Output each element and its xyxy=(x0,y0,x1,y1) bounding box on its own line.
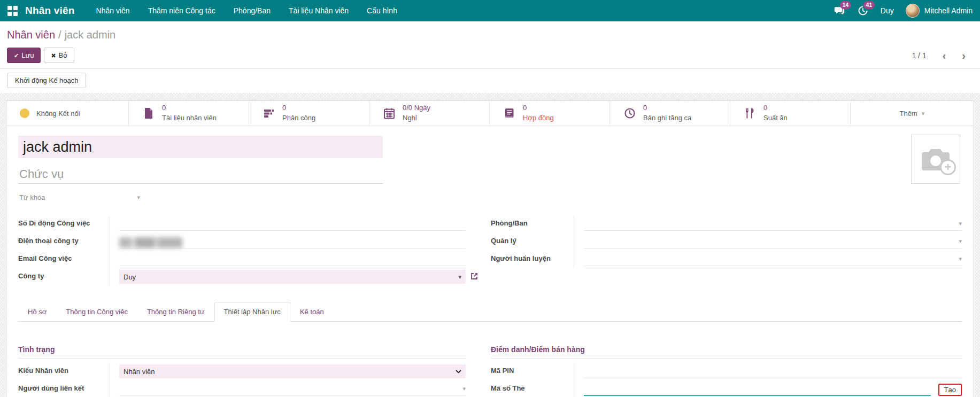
assignments-label: Phân công xyxy=(282,113,315,123)
badge-id-input[interactable] xyxy=(584,382,931,396)
contracts-count: 0 xyxy=(523,103,554,113)
user-avatar xyxy=(906,4,920,18)
calendar-icon xyxy=(383,107,396,120)
time-off-stat-button[interactable]: 0/0 Ngày Nghỉ xyxy=(369,101,490,126)
launch-plan-button[interactable]: Khởi động Kế hoạch xyxy=(7,73,86,88)
company-switcher[interactable]: Duy xyxy=(881,6,894,15)
form-sheet: Không Kết nối 0 Tài liệu nhân viên xyxy=(6,100,974,397)
document-icon xyxy=(142,107,155,120)
chevron-down-icon: ▾ xyxy=(137,194,140,201)
menu-item-seniority[interactable]: Thâm niên Công tác xyxy=(148,6,215,15)
assignment-icon xyxy=(263,107,275,120)
employee-type-select[interactable]: Nhân viên xyxy=(119,364,466,378)
stat-button-bar: Không Kết nối 0 Tài liệu nhân viên xyxy=(6,101,974,126)
plan-strip: Khởi động Kế hoạch xyxy=(0,69,980,93)
employee-photo-upload[interactable]: + xyxy=(911,135,960,184)
chevron-down-icon: ▾ xyxy=(922,110,925,117)
tab-work-information[interactable]: Thông tin Công việc xyxy=(56,302,137,322)
menu-item-documents[interactable]: Tài liệu Nhân viên xyxy=(289,6,349,15)
apps-menu-icon[interactable] xyxy=(7,6,18,16)
tags-input[interactable]: Từ khóa ▾ xyxy=(18,192,141,204)
left-field-group: Số Di động Công việc Điện thoại công ty … xyxy=(18,215,466,286)
breadcrumb-parent[interactable]: Nhân viên xyxy=(7,29,55,41)
job-title-input[interactable]: Chức vụ xyxy=(18,165,383,184)
notebook-tabs: Hồ sơ Thông tin Công việc Thông tin Riên… xyxy=(18,302,962,322)
overtime-stat-button[interactable]: 0 Bản ghi tăng ca xyxy=(610,101,730,126)
coach-label: Người huấn luyện xyxy=(491,251,574,268)
documents-stat-button[interactable]: 0 Tài liệu nhân viên xyxy=(129,101,249,126)
chevron-down-icon: ▾ xyxy=(458,274,461,281)
top-navbar: Nhân viên Nhân viên Thâm niên Công tác P… xyxy=(0,0,980,21)
employee-name-input[interactable]: jack admin xyxy=(18,136,383,158)
assignments-count: 0 xyxy=(282,103,315,113)
chevron-down-icon: ▾ xyxy=(959,238,962,245)
work-phone-label: Điện thoại công ty xyxy=(18,233,109,251)
app-brand[interactable]: Nhân viên xyxy=(25,5,75,17)
badge-id-label: Mã số Thẻ xyxy=(491,380,574,397)
tab-hr-settings[interactable]: Thiết lập Nhân lực xyxy=(214,302,290,322)
company-label: Công ty xyxy=(18,268,109,286)
company-input[interactable]: Duy ▾ xyxy=(119,270,466,284)
field-row: Quản lý ▾ xyxy=(491,233,962,251)
pager-next-icon[interactable]: › xyxy=(962,50,966,61)
work-phone-input[interactable] xyxy=(119,235,466,248)
manager-label: Quản lý xyxy=(491,233,574,251)
time-off-label: Nghỉ xyxy=(403,113,430,123)
department-input[interactable]: ▾ xyxy=(584,217,962,231)
user-menu[interactable]: Mitchell Admin xyxy=(906,4,973,18)
attendance-section-title: Điểm danh/Điểm bán hàng xyxy=(491,345,962,359)
work-mobile-input[interactable] xyxy=(119,217,466,231)
breadcrumb-separator: / xyxy=(58,29,61,41)
overtime-label: Bản ghi tăng ca xyxy=(643,113,691,123)
user-name: Mitchell Admin xyxy=(924,6,973,15)
menu-item-departments[interactable]: Phòng/Ban xyxy=(234,6,271,15)
coach-input[interactable]: ▾ xyxy=(584,252,962,266)
main-menu: Nhân viên Thâm niên Công tác Phòng/Ban T… xyxy=(96,6,397,15)
related-user-input[interactable]: ▾ xyxy=(119,382,466,396)
overtime-count: 0 xyxy=(643,103,691,113)
activities-icon[interactable]: 41 xyxy=(857,5,869,17)
breadcrumb-current: jack admin xyxy=(65,29,116,41)
field-row: Phòng/Ban ▾ xyxy=(491,215,962,233)
more-stat-dropdown[interactable]: Thêm ▾ xyxy=(851,101,974,126)
field-row: Số Di động Công việc xyxy=(18,215,466,233)
status-section-title: Tình trạng xyxy=(18,345,466,359)
department-label: Phòng/Ban xyxy=(491,215,574,233)
chevron-down-icon: ▾ xyxy=(959,220,962,227)
tab-private-information[interactable]: Thông tin Riêng tư xyxy=(137,302,214,322)
tab-accounting[interactable]: Kế toán xyxy=(290,302,334,322)
pin-code-input[interactable] xyxy=(584,364,962,378)
pin-code-label: Mã PIN xyxy=(491,363,574,380)
breadcrumb: Nhân viên/jack admin xyxy=(7,29,973,41)
employee-type-label: Kiểu Nhân viên xyxy=(18,363,109,380)
meals-stat-button[interactable]: 0 Suất ăn xyxy=(730,101,851,126)
messages-badge: 14 xyxy=(840,1,851,9)
manager-input[interactable]: ▾ xyxy=(584,235,962,248)
save-button[interactable]: ✔Lưu xyxy=(7,48,41,63)
pager: 1 / 1 ‹ › xyxy=(912,50,973,61)
redacted-phone-value xyxy=(119,237,182,248)
check-icon: ✔ xyxy=(14,52,19,59)
field-row: Mã số Thẻ Tạo xyxy=(491,380,962,397)
pager-value: 1 / 1 xyxy=(912,51,926,60)
tab-resume[interactable]: Hồ sơ xyxy=(18,302,56,322)
related-user-label: Người dùng liên kết xyxy=(18,380,109,397)
field-row: Điện thoại công ty xyxy=(18,233,466,251)
messages-icon[interactable]: 14 xyxy=(834,5,845,17)
field-row: Mã PIN xyxy=(491,363,962,380)
chevron-down-icon: ▾ xyxy=(462,385,466,392)
contracts-stat-button[interactable]: 0 Hợp đồng xyxy=(490,101,610,126)
control-panel: Nhân viên/jack admin ✔Lưu ✖Bỏ 1 / 1 ‹ › xyxy=(0,21,980,69)
activities-badge: 41 xyxy=(863,1,875,9)
menu-item-configuration[interactable]: Cấu hình xyxy=(367,6,397,15)
generate-badge-button[interactable]: Tạo xyxy=(938,384,962,396)
work-email-input[interactable] xyxy=(119,252,466,266)
discard-button[interactable]: ✖Bỏ xyxy=(44,48,74,63)
contract-icon xyxy=(503,107,516,120)
documents-label: Tài liệu nhân viên xyxy=(162,113,217,123)
pager-previous-icon[interactable]: ‹ xyxy=(943,50,946,61)
connection-status-button[interactable]: Không Kết nối xyxy=(6,101,129,126)
menu-item-employees[interactable]: Nhân viên xyxy=(96,6,130,15)
open-company-external-icon[interactable] xyxy=(470,272,479,283)
assignments-stat-button[interactable]: 0 Phân công xyxy=(249,101,369,126)
